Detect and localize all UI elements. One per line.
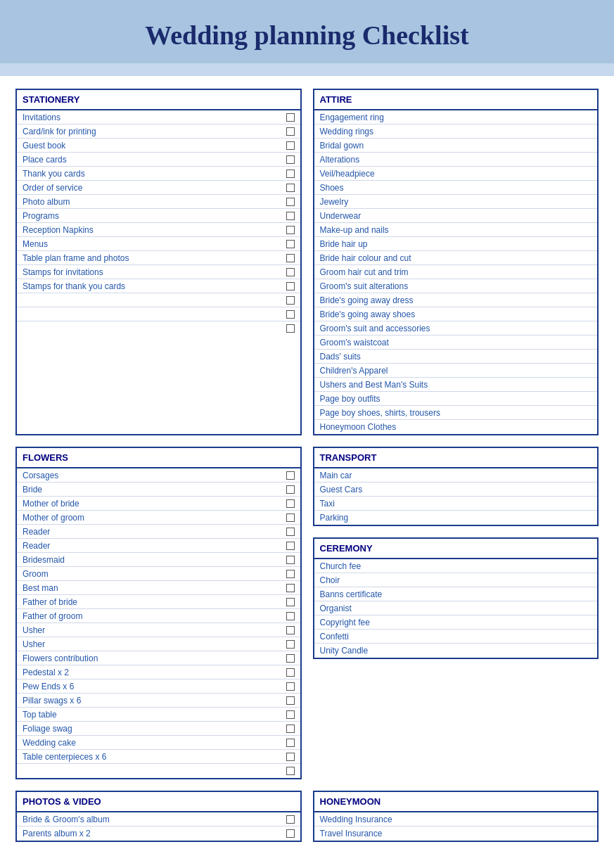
checkbox[interactable]: [286, 767, 295, 775]
checkbox[interactable]: [286, 113, 295, 122]
list-item: Photo album: [17, 195, 300, 209]
item-label: Table centerpieces x 6: [23, 752, 283, 762]
list-item: Parents album x 2: [17, 826, 300, 841]
list-item: Groom: [17, 567, 300, 581]
item-label: Reader: [23, 527, 283, 537]
checkbox[interactable]: [286, 654, 295, 663]
item-label: Programs: [23, 211, 283, 221]
list-item: Bride hair colour and cut: [314, 251, 598, 265]
checkbox[interactable]: [286, 570, 295, 578]
list-item: Bride: [17, 483, 300, 497]
checkbox[interactable]: [286, 753, 295, 761]
checkbox[interactable]: [286, 584, 295, 592]
item-label: Bride: [23, 485, 283, 494]
list-item: Bride's going away shoes: [314, 307, 598, 321]
list-item: Menus: [17, 237, 300, 251]
transport-section: TRANSPORT Main carGuest CarsTaxiParking: [313, 447, 599, 526]
list-item: Table centerpieces x 6: [17, 750, 300, 764]
item-label: Make-up and nails: [320, 225, 592, 235]
checkbox[interactable]: [286, 310, 295, 319]
list-item: Pillar swags x 6: [17, 694, 300, 708]
list-item: Travel Insurance: [314, 826, 598, 841]
list-item: Page boy outfits: [314, 392, 598, 406]
checkbox[interactable]: [286, 296, 295, 305]
list-item: Top table: [17, 708, 300, 722]
checkbox[interactable]: [286, 198, 295, 206]
sub-header: [0, 63, 614, 76]
checkbox[interactable]: [286, 815, 295, 824]
item-label: Travel Insurance: [320, 829, 592, 838]
item-label: Church fee: [320, 561, 592, 571]
list-item: Banns certificate: [314, 587, 598, 601]
transport-items: Main carGuest CarsTaxiParking: [314, 468, 598, 525]
list-item: Groom's suit and accessories: [314, 321, 598, 336]
checkbox[interactable]: [286, 626, 295, 634]
list-item: Mother of bride: [17, 497, 300, 511]
checkbox[interactable]: [286, 324, 295, 333]
checkbox[interactable]: [286, 696, 295, 705]
item-label: Bride & Groom's album: [23, 815, 283, 824]
list-item: Groom hair cut and trim: [314, 265, 598, 279]
checkbox[interactable]: [286, 240, 295, 248]
checkbox[interactable]: [286, 710, 295, 719]
list-item: [17, 321, 300, 336]
list-item: Bridesmaid: [17, 553, 300, 567]
attire-section: ATTIRE Engagement ringWedding ringsBrida…: [313, 89, 599, 435]
checkbox[interactable]: [286, 127, 295, 136]
list-item: Corsages: [17, 468, 300, 483]
checkbox[interactable]: [286, 739, 295, 747]
list-item: Taxi: [314, 497, 598, 511]
list-item: [17, 764, 300, 778]
item-label: Banns certificate: [320, 589, 592, 599]
item-label: Table plan frame and photos: [23, 253, 283, 263]
item-label: Page boy shoes, shirts, trousers: [320, 408, 592, 418]
checkbox[interactable]: [286, 141, 295, 150]
content-grid: STATIONERY InvitationsCard/ink for print…: [0, 76, 614, 855]
checkbox[interactable]: [286, 471, 295, 480]
list-item: Confetti: [314, 630, 598, 644]
checkbox[interactable]: [286, 528, 295, 536]
item-label: Card/ink for printing: [23, 127, 283, 136]
list-item: Page boy shoes, shirts, trousers: [314, 406, 598, 420]
checkbox[interactable]: [286, 598, 295, 606]
list-item: Shoes: [314, 181, 598, 195]
checkbox[interactable]: [286, 170, 295, 178]
list-item: Honeymoon Clothes: [314, 420, 598, 434]
stationery-section: STATIONERY InvitationsCard/ink for print…: [15, 89, 302, 435]
header: Wedding planning Checklist: [0, 0, 614, 63]
checkbox[interactable]: [286, 184, 295, 192]
item-label: Invitations: [23, 113, 283, 122]
list-item: Programs: [17, 209, 300, 223]
checkbox[interactable]: [286, 612, 295, 620]
item-label: Parking: [320, 513, 592, 523]
item-label: Underwear: [320, 211, 592, 221]
checkbox[interactable]: [286, 668, 295, 677]
item-label: Stamps for invitations: [23, 267, 283, 277]
list-item: Wedding rings: [314, 125, 598, 139]
item-label: Confetti: [320, 632, 592, 642]
list-item: Father of bride: [17, 595, 300, 609]
checkbox[interactable]: [286, 155, 295, 164]
list-item: Guest book: [17, 139, 300, 153]
checkbox[interactable]: [286, 268, 295, 276]
checkbox[interactable]: [286, 254, 295, 262]
checkbox[interactable]: [286, 513, 295, 522]
item-label: Children's Apparel: [320, 366, 592, 376]
item-label: Parents album x 2: [23, 829, 283, 838]
checkbox[interactable]: [286, 212, 295, 220]
checkbox[interactable]: [286, 725, 295, 733]
list-item: Stamps for thank you cards: [17, 279, 300, 293]
item-label: Usher: [23, 639, 283, 649]
checkbox[interactable]: [286, 499, 295, 508]
checkbox[interactable]: [286, 282, 295, 291]
checkbox[interactable]: [286, 556, 295, 564]
checkbox[interactable]: [286, 542, 295, 550]
list-item: Place cards: [17, 153, 300, 167]
checkbox[interactable]: [286, 485, 295, 494]
checkbox[interactable]: [286, 829, 295, 838]
checkbox[interactable]: [286, 226, 295, 234]
checkbox[interactable]: [286, 640, 295, 649]
list-item: Mother of groom: [17, 511, 300, 525]
item-label: Ushers and Best Man's Suits: [320, 380, 592, 390]
checkbox[interactable]: [286, 682, 295, 691]
